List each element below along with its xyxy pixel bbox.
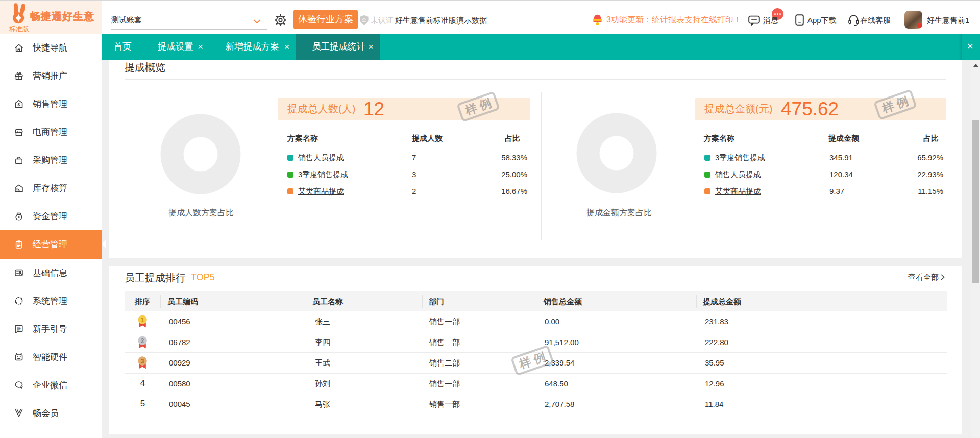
svg-text:2: 2: [140, 337, 144, 344]
svg-text:$: $: [18, 102, 20, 107]
svg-text:1: 1: [140, 316, 144, 323]
svg-text:企: 企: [362, 17, 366, 22]
svg-text:3: 3: [140, 358, 144, 365]
svg-text:新: 新: [17, 326, 21, 331]
svg-text:¥: ¥: [18, 215, 20, 220]
